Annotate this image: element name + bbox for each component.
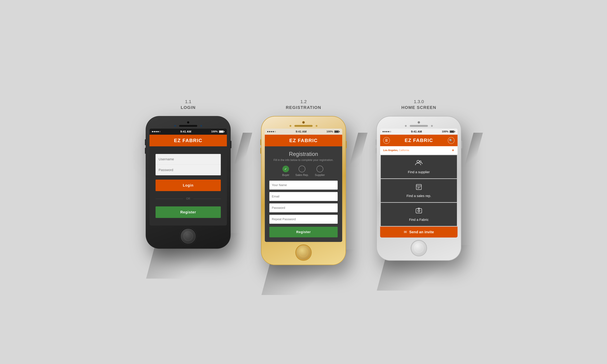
screens-row: 1.1 LOGIN (30, 99, 577, 265)
sig-4-home (388, 131, 389, 132)
battery-pct-home: 100% (442, 130, 449, 133)
app-title-reg: EZ FABRIC (289, 138, 318, 143)
screen-block-home: 1.3.0 HOME SCREEN (376, 99, 461, 261)
role-buyer[interactable]: ✓ Buyer (282, 166, 289, 177)
volume-down-home (376, 148, 377, 154)
register-button-reg[interactable]: Register (269, 227, 338, 237)
volume-down-reg (260, 148, 262, 154)
svg-point-8 (419, 210, 419, 211)
sensors-row-home (405, 125, 433, 127)
signal-dot-3 (156, 131, 157, 132)
phone-bottom-home (411, 241, 426, 256)
sensor-dot-home (405, 125, 407, 127)
send-invite-text: Send an invite (409, 230, 434, 234)
screen-block-registration: 1.2 REGISTRATION (261, 99, 346, 265)
home-button-reg[interactable] (296, 245, 311, 260)
menu-item-fabric[interactable]: Find a Fabric (381, 203, 457, 226)
dropdown-arrow-icon: ▼ (451, 149, 454, 152)
role-circle-supplier (317, 166, 323, 172)
email-input[interactable] (269, 192, 338, 201)
location-bar[interactable]: Los Angeles, California ▼ (380, 146, 458, 155)
status-time-reg: 9:41 AM (296, 130, 306, 133)
status-bar-login: 9:41 AM 100% (149, 129, 227, 135)
home-button-inner-login (184, 232, 193, 241)
sig-1-reg (267, 131, 268, 132)
signal-dot-4 (157, 131, 158, 132)
sensor-dot-login (174, 125, 176, 127)
reg-heading: Registration (269, 151, 338, 157)
status-time-login: 9:41 AM (180, 130, 191, 133)
sig-4-reg (273, 131, 274, 132)
phone-login: 9:41 AM 100% E (146, 116, 231, 249)
login-button[interactable]: Login (156, 180, 221, 191)
your-name-input[interactable] (269, 181, 338, 190)
username-input[interactable] (156, 154, 221, 165)
sensor-dot2-reg (316, 125, 317, 127)
volume-buttons-login (145, 139, 146, 154)
menu-item-supplier[interactable]: Find a supplier (381, 155, 457, 178)
supplier-icon (415, 159, 423, 168)
app-header-login: EZ FABRIC (149, 135, 227, 146)
phone-top-notch-login (174, 121, 202, 127)
repeat-password-input[interactable] (269, 215, 338, 224)
phone-home: 9:41 AM 100% (376, 116, 461, 261)
speaker-reg (294, 125, 313, 127)
page-container: 1.1 LOGIN (0, 0, 607, 364)
battery-icon-reg (334, 130, 340, 133)
sig-2-reg (269, 131, 270, 132)
home-button-inner-home (414, 244, 423, 253)
role-selector: ✓ Buyer Sales Rep. Supplier (269, 166, 338, 177)
status-bar-home: 9:41 AM 100% (380, 129, 458, 135)
phone-screen-home: 9:41 AM 100% (380, 129, 458, 237)
location-text: Los Angeles, California (383, 149, 409, 152)
home-button-home[interactable] (411, 241, 426, 256)
volume-buttons-reg (260, 139, 262, 154)
camera-dot-home (417, 121, 420, 124)
menu-label-fabric: Find a Fabric (409, 218, 429, 222)
role-label-salesrep: Sales Rep. (295, 173, 309, 177)
app-header-home: ☰ EZ FABRIC 🔍 (380, 135, 458, 146)
name-home: HOME SCREEN (401, 105, 436, 110)
reg-body: Registration Fill in the info below to c… (265, 146, 342, 242)
register-button-login[interactable]: Register (156, 207, 221, 218)
phone-top-notch-home (405, 121, 433, 127)
volume-up-reg (260, 139, 262, 145)
send-invite-bar[interactable]: ✉ Send an invite (380, 227, 458, 237)
role-salesrep[interactable]: Sales Rep. (295, 166, 309, 177)
signal-dot-2 (154, 131, 155, 132)
sig-5-home (390, 131, 391, 132)
password-input-reg[interactable] (269, 203, 338, 212)
speaker-login (179, 125, 197, 127)
phone-screen-login: 9:41 AM 100% E (149, 129, 227, 225)
role-supplier[interactable]: Supplier (315, 166, 325, 177)
version-login: 1.1 (181, 99, 196, 104)
home-button-login[interactable] (181, 229, 196, 244)
battery-icon-login (219, 130, 224, 133)
menu-button-home[interactable]: ☰ (383, 137, 390, 144)
battery-pct-login: 100% (211, 130, 218, 133)
login-body: Login OR Register (149, 146, 227, 225)
speaker-home (410, 125, 428, 127)
screen-label-registration: 1.2 REGISTRATION (286, 99, 321, 110)
menu-label-salesrep: Find a sales rep. (407, 194, 431, 198)
reg-title-block: Registration Fill in the info below to c… (269, 151, 338, 162)
search-button-home[interactable]: 🔍 (448, 137, 454, 144)
volume-down-login (145, 148, 146, 154)
sig-3-reg (271, 131, 272, 132)
power-button-home (461, 141, 462, 148)
menu-label-supplier: Find a supplier (408, 170, 430, 174)
status-right-reg: 100% (327, 130, 340, 133)
sig-2-home (384, 131, 386, 132)
or-text: OR (186, 197, 190, 200)
status-right-home: 100% (442, 130, 455, 133)
phone-top-notch-reg (290, 121, 317, 127)
sensors-row-login (174, 125, 202, 127)
camera-dot-login (187, 121, 190, 124)
menu-item-salesrep[interactable]: Find a sales rep. (381, 179, 457, 202)
sig-3-home (386, 131, 387, 132)
battery-icon-home (450, 130, 455, 133)
power-button-reg (345, 141, 347, 148)
password-input[interactable] (156, 165, 221, 175)
battery-pct-reg: 100% (327, 130, 333, 133)
status-bar-reg: 9:41 AM 100% (265, 129, 342, 135)
